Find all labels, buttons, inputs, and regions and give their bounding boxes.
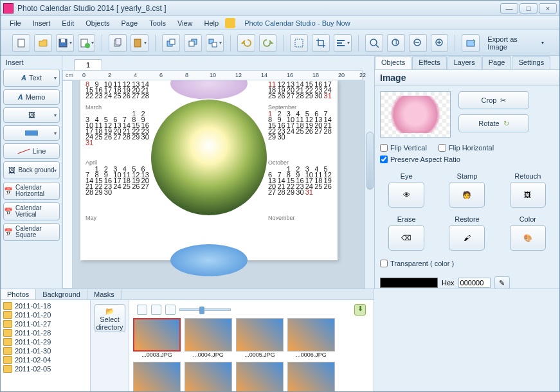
- right-tabs: Objects Effects Layers Page Settings: [375, 56, 559, 70]
- thumbnail-item[interactable]: ...0004.JPG: [185, 318, 232, 358]
- tab-masks[interactable]: Masks: [87, 289, 122, 299]
- send-back-button[interactable]: [184, 34, 202, 52]
- thumb-size-slider[interactable]: [179, 308, 231, 311]
- stamp-tool-button[interactable]: 🧑: [449, 182, 485, 208]
- insert-cal-s-button[interactable]: 📅Calendar Square: [3, 223, 60, 241]
- calendar-page[interactable]: 8910111213141516171819202122232425262728…: [80, 80, 338, 260]
- color-swatch[interactable]: [380, 278, 438, 288]
- vertical-scrollbar[interactable]: [365, 80, 374, 289]
- canvas-viewport[interactable]: 8910111213141516171819202122232425262728…: [73, 80, 374, 289]
- thumbnail-item[interactable]: ...0006.JPG: [287, 318, 335, 358]
- thumbnail-item[interactable]: [236, 362, 284, 392]
- thumb-view-1[interactable]: [137, 305, 147, 315]
- folder-item[interactable]: 2011-02-04: [2, 355, 89, 364]
- restore-tool-button[interactable]: 🖌: [449, 225, 485, 251]
- zoom-fit-button[interactable]: [365, 34, 383, 52]
- download-button[interactable]: ⬇: [354, 304, 366, 316]
- minimize-button[interactable]: —: [500, 3, 518, 13]
- add-page-button[interactable]: [78, 34, 96, 52]
- insert-text-button[interactable]: AText▾: [3, 69, 60, 87]
- rotate-button[interactable]: Rotate↻: [458, 114, 529, 132]
- export-image-button[interactable]: Export as Image▾: [483, 35, 548, 51]
- menu-page[interactable]: Page: [116, 18, 143, 28]
- menu-file[interactable]: File: [5, 18, 26, 28]
- redo-button[interactable]: [259, 34, 277, 52]
- insert-image-button[interactable]: 🖼▾: [3, 107, 60, 123]
- folder-item[interactable]: 2011-01-30: [2, 346, 89, 355]
- crop-button[interactable]: Crop✂: [458, 91, 529, 109]
- menu-tools[interactable]: Tools: [144, 18, 171, 28]
- folder-icon: [3, 347, 12, 355]
- folder-item[interactable]: 2011-01-29: [2, 337, 89, 346]
- thumbnail-item[interactable]: [185, 362, 232, 392]
- select-directory-button[interactable]: 📂Select directory: [95, 304, 125, 332]
- hex-input[interactable]: [458, 278, 491, 288]
- insert-line-button[interactable]: Line: [3, 143, 60, 159]
- thumbnail-item[interactable]: ...0005.JPG: [236, 318, 284, 358]
- tab-layers[interactable]: Layers: [447, 56, 482, 69]
- bring-front-button[interactable]: [162, 34, 180, 52]
- insert-memo-button[interactable]: AMemo: [3, 89, 60, 105]
- menu-view[interactable]: View: [172, 18, 198, 28]
- crop-icon: ✂: [500, 96, 506, 105]
- flip-horizontal-checkbox[interactable]: Flip Horizontal: [438, 144, 494, 152]
- menu-objects[interactable]: Objects: [80, 18, 114, 28]
- slider-knob[interactable]: [199, 307, 204, 314]
- maximize-button[interactable]: □: [519, 3, 537, 13]
- image-preview[interactable]: [380, 91, 451, 138]
- color-tool-button[interactable]: 🎨: [510, 225, 546, 251]
- tab-settings[interactable]: Settings: [512, 56, 550, 69]
- folder-tree[interactable]: 2011-01-18 2011-01-20 2011-01-27 2011-01…: [1, 300, 91, 392]
- tab-photos[interactable]: Photos: [1, 289, 36, 299]
- close-button[interactable]: ×: [539, 3, 557, 13]
- save-button[interactable]: [56, 34, 74, 52]
- thumb-view-3[interactable]: [165, 305, 176, 315]
- center-photo[interactable]: [151, 100, 267, 215]
- tab-background[interactable]: Background: [36, 289, 87, 299]
- eyedropper-button[interactable]: ✎: [494, 276, 510, 289]
- tab-effects[interactable]: Effects: [412, 56, 446, 69]
- open-button[interactable]: [34, 34, 52, 52]
- menu-insert[interactable]: Insert: [28, 18, 56, 28]
- zoom-out-button[interactable]: [409, 34, 427, 52]
- crop-tool-button[interactable]: [312, 34, 330, 52]
- buy-now-link[interactable]: Photo Calendar Studio - Buy Now: [239, 18, 355, 28]
- scrollbar-thumb[interactable]: [366, 132, 374, 190]
- tab-page[interactable]: Page: [482, 56, 512, 69]
- insert-cal-v-button[interactable]: 📅Calendar Vertical: [3, 202, 60, 220]
- insert-background-button[interactable]: 🖼Back ground▾: [3, 161, 60, 179]
- folder-item[interactable]: 2011-02-05: [2, 364, 89, 373]
- thumbnail-item[interactable]: [133, 362, 181, 392]
- align-button[interactable]: [334, 34, 352, 52]
- undo-button[interactable]: [237, 34, 255, 52]
- svg-rect-9: [170, 39, 175, 44]
- zoom-in-button[interactable]: [431, 34, 449, 52]
- paste-button[interactable]: [131, 34, 149, 52]
- folder-item[interactable]: 2011-01-18: [2, 301, 89, 310]
- arrange-button[interactable]: [206, 34, 224, 52]
- zoom-actual-button[interactable]: 1: [387, 34, 405, 52]
- menu-help[interactable]: Help: [199, 18, 224, 28]
- insert-shape-button[interactable]: ▾: [3, 125, 60, 141]
- page-tab-1[interactable]: 1: [74, 59, 102, 70]
- insert-cal-h-button[interactable]: 📅Calendar Horizontal: [3, 182, 60, 200]
- new-button[interactable]: [12, 34, 30, 52]
- folder-item[interactable]: 2011-01-20: [2, 310, 89, 319]
- erase-tool-button[interactable]: ⌫: [388, 225, 424, 251]
- flip-vertical-checkbox[interactable]: Flip Vertical: [380, 144, 427, 152]
- eye-tool-button[interactable]: 👁: [388, 182, 424, 208]
- thumbnail-item[interactable]: ...0010.JPG: [287, 362, 335, 392]
- folder-item[interactable]: 2011-01-27: [2, 319, 89, 328]
- folder-item[interactable]: 2011-01-28: [2, 328, 89, 337]
- thumbnail-item[interactable]: ...0003.JPG: [133, 318, 181, 358]
- menu-edit[interactable]: Edit: [57, 18, 79, 28]
- bottom-panel: Photos Background Masks 2011-01-18 2011-…: [1, 289, 559, 391]
- retouch-tool-button[interactable]: 🖼: [510, 182, 546, 208]
- preserve-aspect-checkbox[interactable]: Preserve Aspect Ratio: [380, 156, 554, 163]
- export-icon[interactable]: [462, 34, 480, 52]
- select-button[interactable]: [290, 34, 308, 52]
- transparent-checkbox[interactable]: Transparent ( color ): [380, 260, 554, 267]
- thumb-view-2[interactable]: [151, 305, 161, 315]
- tab-objects[interactable]: Objects: [375, 56, 411, 69]
- copy-button[interactable]: [109, 34, 127, 52]
